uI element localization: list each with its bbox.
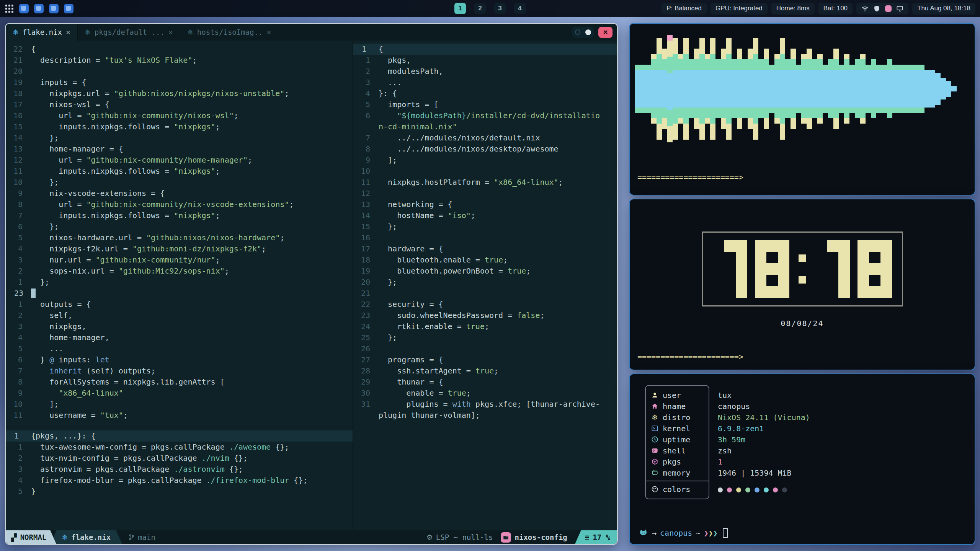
project-segment: nixos-config xyxy=(501,532,567,543)
clock-date: 08/08/24 xyxy=(781,319,823,328)
line-number: 7 xyxy=(6,210,31,221)
code-text: {pkgs, ...}: { xyxy=(31,430,96,442)
line-number: 6 xyxy=(6,221,31,232)
visualizer-column xyxy=(860,54,866,124)
lsp-label: LSP ~ null-ls xyxy=(436,533,493,541)
code-text: nixpkgs.hostPlatform = "x86_64-linux"; xyxy=(379,177,563,188)
display-icon[interactable] xyxy=(896,5,903,12)
visualizer-column xyxy=(924,70,930,108)
code-line: 18 bluetooth.enable = true; xyxy=(353,254,617,266)
code-line: 1{ xyxy=(353,44,617,55)
workspace-tag-1[interactable]: 1 xyxy=(454,3,466,14)
nix-file-icon: ❄ xyxy=(85,28,91,36)
line-number: 23 xyxy=(353,310,379,321)
tab-label: flake.nix xyxy=(23,28,62,36)
code-line: 1 pkgs, xyxy=(353,55,617,66)
code-line: 10 ]; xyxy=(6,399,353,410)
code-line: 6 "${modulesPath}/installer/cd-dvd/insta… xyxy=(353,110,617,121)
app-icon[interactable] xyxy=(64,4,74,13)
wifi-icon[interactable] xyxy=(861,5,869,12)
pkgs-icon xyxy=(651,458,658,465)
lsp-status: ⚙ LSP ~ null-ls xyxy=(426,533,493,541)
line-number: 6 xyxy=(353,110,379,121)
visualizer-column xyxy=(839,65,844,113)
line-number: 18 xyxy=(6,88,31,99)
line-number: 13 xyxy=(6,143,31,155)
line-number: 7 xyxy=(6,365,31,377)
palette-dot xyxy=(755,487,760,492)
line-number: 17 xyxy=(353,243,379,254)
clock-digit xyxy=(815,240,850,298)
close-window-button[interactable]: × xyxy=(598,27,612,38)
code-line: 21 xyxy=(353,288,617,299)
visualizer-column xyxy=(657,38,662,140)
code-line: 22{ xyxy=(6,44,353,55)
visualizer-column xyxy=(705,54,710,124)
visualizer-column xyxy=(710,38,715,140)
pane-iso-image[interactable]: 1{1 pkgs,2 modulesPath,3 ...4}: {5 impor… xyxy=(353,41,617,530)
line-number: 5 xyxy=(353,99,379,110)
visualizer-column xyxy=(678,54,683,124)
visualizer-column xyxy=(635,65,640,113)
pane-pkgs-default[interactable]: 1{pkgs, ...}: {1 tux-awesome-wm-config =… xyxy=(6,427,353,530)
visualizer-column xyxy=(930,70,935,108)
spacer xyxy=(718,478,810,484)
visualizer-column xyxy=(892,65,898,113)
visualizer-column xyxy=(667,35,673,142)
code-line: plugin thunar-volman]; xyxy=(353,410,617,421)
tab-close-icon[interactable]: × xyxy=(266,28,271,37)
workspace-tag-3[interactable]: 3 xyxy=(494,3,506,14)
visualizer-column xyxy=(855,59,860,118)
system-fetch: userhname❄distrokerneluptimeshellpkgsmem… xyxy=(630,374,975,499)
screenshot-icon[interactable] xyxy=(885,5,892,12)
filename-label: flake.nix xyxy=(71,533,111,541)
line-number: 12 xyxy=(353,188,379,199)
line-number: 21 xyxy=(353,288,379,299)
clock-widget: Thu Aug 08, 18:18 xyxy=(912,3,975,15)
tab-flake-nix[interactable]: ❄ flake.nix × xyxy=(6,24,78,41)
theme-toggle-button[interactable] xyxy=(572,27,594,38)
line-number: 22 xyxy=(353,299,379,310)
terminal-color-palette xyxy=(718,484,810,496)
code-line: 1 tux-awesome-wm-config = pkgs.callPacka… xyxy=(6,442,353,453)
tab-close-icon[interactable]: × xyxy=(66,28,70,37)
app-icon[interactable] xyxy=(19,4,29,13)
app-icon[interactable] xyxy=(34,4,44,13)
workspace-tag-2[interactable]: 2 xyxy=(474,3,486,14)
shield-icon[interactable] xyxy=(873,5,880,12)
code-text: inputs = { xyxy=(31,77,87,88)
code-text: thunar = { xyxy=(379,377,443,388)
apps-grid-icon[interactable] xyxy=(5,4,14,13)
fetch-row-pkgs: pkgs xyxy=(651,456,703,467)
visualizer-column xyxy=(748,49,753,129)
visualizer-column xyxy=(640,65,646,113)
code-line: 4 nixpkgs-f2k.url = "github:moni-dz/nixp… xyxy=(6,243,353,254)
visualizer-column xyxy=(887,59,892,118)
tab-pkgs-default[interactable]: ❄ pkgs/default ... × xyxy=(78,24,180,41)
tab-close-icon[interactable]: × xyxy=(168,28,173,37)
code-line: 13 networking = { xyxy=(353,199,617,210)
app-icon[interactable] xyxy=(49,4,59,13)
fetch-value-kernel: 6.9.8-zen1 xyxy=(718,423,810,434)
visualizer-column xyxy=(817,54,823,124)
visualizer-column xyxy=(715,59,721,118)
shell-prompt[interactable]: →canopus~❯❯❯ xyxy=(638,528,728,538)
line-number: 5 xyxy=(6,343,31,354)
visualizer-column xyxy=(694,49,699,129)
pane-flake-nix[interactable]: 22{21 description = "tux's NixOS Flake";… xyxy=(6,41,353,427)
prompt-arrow: → xyxy=(652,528,657,538)
code-line: 17 hardware = { xyxy=(353,243,617,254)
code-text: firefox-mod-blur = pkgs.callPackage ./fi… xyxy=(31,475,307,486)
tab-hosts-isoimage[interactable]: ❄ hosts/isoImag.. × xyxy=(180,24,279,41)
code-text: } xyxy=(31,486,36,497)
text-cursor xyxy=(31,289,36,298)
code-line: 24 rtkit.enable = true; xyxy=(353,321,617,332)
workspace-tag-4[interactable]: 4 xyxy=(514,3,526,14)
code-text: nixos-wsl = { xyxy=(31,99,109,110)
palette-dot xyxy=(764,487,769,492)
visualizer-column xyxy=(737,49,742,129)
code-line: 9 ]; xyxy=(353,155,617,166)
visualizer-column xyxy=(764,49,769,129)
code-line: 17 nixos-wsl = { xyxy=(6,99,353,110)
branch-label: main xyxy=(138,533,155,541)
